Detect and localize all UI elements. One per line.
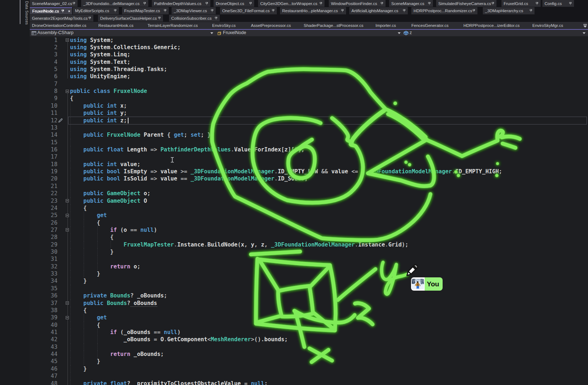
code-line-20[interactable]: public bool IsSolid => value == _3DFound… <box>70 175 308 182</box>
code-line-6[interactable]: using UnityEngine; <box>70 73 130 80</box>
tab-restaurantho-plemanager-cs[interactable]: RestaurantHo...pleManager.cs <box>280 7 346 14</box>
tab--3dfoundatio-delmanager-cs[interactable]: _3DFoundatio...delManager.cs <box>81 0 148 7</box>
tab-hdrppostproc-randomizer-cs[interactable]: HDRPPostproc...Randomizer.cs <box>411 7 477 14</box>
close-icon[interactable]: × <box>68 9 70 13</box>
tab-fruxelgrid-cs[interactable]: FruxelGrid.cs <box>501 0 541 7</box>
tab-envirosky-cs[interactable]: EnviroSky.cs <box>210 22 249 29</box>
tab-droneorientationcontroller-cs[interactable]: DroneOrientationController.cs <box>30 22 97 29</box>
code-line-46[interactable]: } <box>70 365 87 372</box>
code-line-45[interactable]: } <box>70 358 100 365</box>
tab-list-chevron-icon[interactable] <box>582 23 588 28</box>
pin-icon[interactable] <box>272 9 275 13</box>
pin-icon[interactable] <box>529 9 532 13</box>
code-line-26[interactable]: { <box>70 219 100 226</box>
fold-marker[interactable] <box>66 301 69 305</box>
pin-icon[interactable] <box>215 17 218 20</box>
navbar-member-dropdown[interactable]: z <box>410 30 412 35</box>
fold-marker[interactable] <box>66 38 69 42</box>
code-line-30[interactable]: } <box>70 248 113 255</box>
tab-generator2exportmaptools-cs[interactable]: Generator2ExportMapTools.cs <box>30 15 93 22</box>
tab-collisionsubscriber-cs[interactable]: CollisionSubscriber.cs <box>169 15 220 22</box>
tab-myeditorscripts-cs[interactable]: MyEditorScripts.cs <box>73 7 119 14</box>
code-line-36[interactable]: private Bounds? _oBounds; <box>70 292 167 299</box>
code-line-1[interactable]: using System; <box>70 37 113 44</box>
code-line-3[interactable]: using System.Linq; <box>70 51 130 58</box>
code-line-22[interactable]: public GameObject o; <box>70 190 150 197</box>
code-line-41[interactable]: if (_oBounds == null) <box>70 329 181 336</box>
tab-restauranthook-cs[interactable]: RestaurantHook.cs <box>96 22 146 29</box>
pin-icon[interactable] <box>381 2 383 5</box>
code-line-11[interactable]: public int y; <box>70 109 127 117</box>
tab-onesec3d-fileformat-cs[interactable]: OneSec3D_FileFormat.cs <box>220 7 277 14</box>
pin-icon[interactable] <box>428 2 431 5</box>
code-line-16[interactable]: public float Length => PathfinderDepthVa… <box>70 146 304 153</box>
fold-marker[interactable] <box>66 90 69 93</box>
tab-fencesgenerator-cs[interactable]: FencesGenerator.cs <box>409 22 462 29</box>
navbar-project-dropdown[interactable]: Assembly-CSharp <box>37 30 74 35</box>
pin-icon[interactable] <box>569 2 572 5</box>
tab--3dmapviewer-cs[interactable]: _3DMapViewer.cs <box>172 7 216 14</box>
code-editor[interactable]: 1using System;2using System.Collections.… <box>30 36 588 385</box>
fold-marker[interactable] <box>66 228 69 231</box>
tab-fruxelnode-cs[interactable]: FruxelNode.cs × <box>30 7 72 14</box>
tab-droneobject-cs[interactable]: DroneObject.cs <box>214 0 254 7</box>
code-line-39[interactable]: get <box>70 314 107 321</box>
pin-icon[interactable] <box>61 9 64 13</box>
code-line-29[interactable]: FruxelMapTester.Instance.BuildNode(x, y,… <box>70 241 409 248</box>
pin-icon[interactable] <box>319 2 322 5</box>
tab-pathfinderdepthvalues-cs[interactable]: PathfinderDepthValues.cs <box>152 0 210 7</box>
tab-config-cs[interactable]: Config.cs <box>542 0 574 7</box>
tab-importer-cs[interactable]: Importer.cs <box>373 22 410 29</box>
pin-icon[interactable] <box>73 2 75 5</box>
pin-icon[interactable] <box>491 2 494 5</box>
code-line-27[interactable]: if (o == null) <box>70 226 157 234</box>
pin-icon[interactable] <box>249 2 252 5</box>
code-line-33[interactable]: } <box>70 270 100 277</box>
pin-icon[interactable] <box>211 9 214 13</box>
tab-simulatedfisheyecamera-cs[interactable]: SimulatedFisheyeCamera.cs <box>436 0 496 7</box>
tab-terrainlayerrandomizer-cs[interactable]: TerrainLayerRandomizer.cs <box>145 22 210 29</box>
code-line-19[interactable]: public bool IsEmpty => value >= _3DFound… <box>70 168 502 175</box>
code-line-4[interactable]: using System.Text; <box>70 58 130 66</box>
tab-shaderpackage-stprocessor-cs[interactable]: ShaderPackage...stProcessor.cs <box>302 22 374 29</box>
tab-scenemanager-cs[interactable]: SceneManager.cs <box>389 0 433 7</box>
code-line-12[interactable]: public int z; <box>70 117 127 124</box>
tab-hdrppostproce-izereditor-cs[interactable]: HDRPPostproce...izerEditor.cs <box>461 22 531 29</box>
tool-window-tab-data-sources[interactable]: Data Sources <box>20 0 29 24</box>
code-line-38[interactable]: { <box>70 307 87 314</box>
tab--3dmaphierarchy-cs[interactable]: _3DMapHierarchy.cs <box>483 7 535 14</box>
code-line-24[interactable]: { <box>70 205 87 212</box>
code-line-28[interactable]: { <box>70 234 113 241</box>
code-line-25[interactable]: get <box>70 212 107 219</box>
pin-icon[interactable] <box>114 9 117 13</box>
fold-marker[interactable] <box>66 316 69 319</box>
code-line-8[interactable]: public class FruxelNode <box>70 88 147 95</box>
code-line-37[interactable]: public Bounds? oBounds <box>70 300 157 307</box>
code-line-5[interactable]: using System.Threading.Tasks; <box>70 66 167 73</box>
type-chevron-icon[interactable] <box>398 32 401 34</box>
code-line-2[interactable]: using System.Collections.Generic; <box>70 44 181 51</box>
pin-icon[interactable] <box>158 17 161 20</box>
code-line-34[interactable]: } <box>70 277 87 285</box>
pin-icon[interactable] <box>88 17 91 20</box>
code-line-32[interactable]: return o; <box>70 263 140 270</box>
code-line-10[interactable]: public int x; <box>70 102 127 109</box>
pin-icon[interactable] <box>472 9 475 13</box>
member-chevron-icon[interactable] <box>583 32 585 34</box>
code-line-9[interactable]: { <box>70 95 73 102</box>
code-line-23[interactable]: public GameObject O <box>70 197 147 205</box>
tab-windowpositionfinder-cs[interactable]: WindowPositionFinder.cs <box>329 0 386 7</box>
pin-icon[interactable] <box>164 9 167 13</box>
tab-assetpreprocessor-cs[interactable]: AssetPreprocessor.cs <box>249 22 302 29</box>
code-line-18[interactable]: public int value; <box>70 161 140 168</box>
fold-marker[interactable] <box>66 214 69 217</box>
project-chevron-icon[interactable] <box>210 32 213 34</box>
code-line-14[interactable]: public FruxelNode Parent { get; set; } <box>70 131 211 138</box>
tab-scenemanager-02-cs[interactable]: SceneManager_02.cs <box>30 0 78 7</box>
navbar-type-dropdown[interactable]: FruxelNode <box>223 30 246 35</box>
tab-artificiallightsmanager-cs[interactable]: ArtificialLightsManager.cs <box>349 7 408 14</box>
code-line-40[interactable]: { <box>70 321 100 329</box>
code-line-48[interactable]: private float? _proximityToClosestObstac… <box>70 380 268 385</box>
tab-enviroskymgr-cs[interactable]: EnviroSkyMgr.cs <box>530 22 576 29</box>
pin-icon[interactable] <box>143 2 146 5</box>
